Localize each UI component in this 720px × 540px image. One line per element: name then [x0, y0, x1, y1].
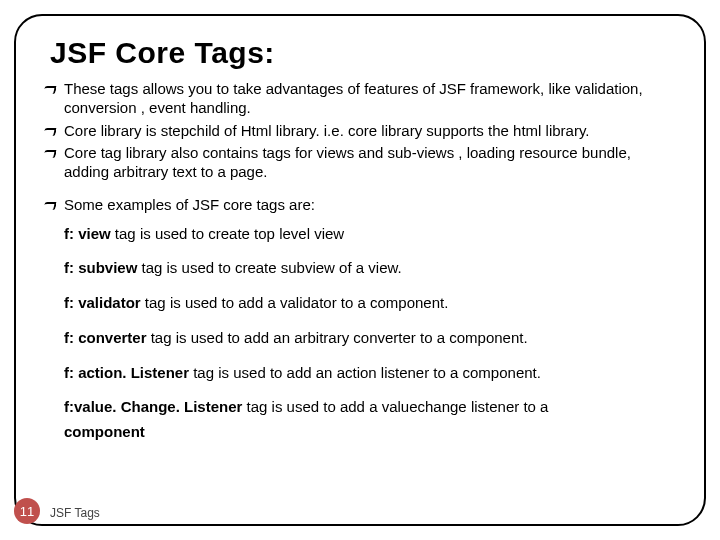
examples-block: f: view tag is used to create top level … — [64, 225, 676, 442]
example-line: f: subview tag is used to create subview… — [64, 259, 676, 278]
example-bold: f: validator — [64, 294, 145, 311]
example-rest: tag is used to add an action listener to… — [193, 364, 541, 381]
example-bold: f:value. Change. Listener — [64, 398, 247, 415]
example-rest: tag is used to add an arbitrary converte… — [151, 329, 528, 346]
example-bold: component — [64, 423, 145, 440]
slide-frame: JSF Core Tags: These tags allows you to … — [14, 14, 706, 526]
bullet-item: Some examples of JSF core tags are: — [44, 196, 676, 215]
example-rest: tag is used to add a validator to a comp… — [145, 294, 449, 311]
example-bold: f: view — [64, 225, 115, 242]
example-line: component — [64, 423, 676, 442]
example-rest: tag is used to create subview of a view. — [142, 259, 402, 276]
example-line: f: view tag is used to create top level … — [64, 225, 676, 244]
bullet-item: Core tag library also contains tags for … — [44, 144, 676, 182]
example-line: f: validator tag is used to add a valida… — [64, 294, 676, 313]
example-bold: f: converter — [64, 329, 151, 346]
example-bold: f: action. Listener — [64, 364, 193, 381]
example-bold: f: subview — [64, 259, 142, 276]
bullet-item: Core library is stepchild of Html librar… — [44, 122, 676, 141]
example-rest: tag is used to add a valuechange listene… — [247, 398, 549, 415]
example-line: f: action. Listener tag is used to add a… — [64, 364, 676, 383]
example-line: f:value. Change. Listener tag is used to… — [64, 398, 676, 417]
slide-footer: JSF Tags — [50, 506, 100, 520]
page-number-badge: 11 — [14, 498, 40, 524]
slide: JSF Core Tags: These tags allows you to … — [0, 0, 720, 540]
example-rest: tag is used to create top level view — [115, 225, 344, 242]
example-line: f: converter tag is used to add an arbit… — [64, 329, 676, 348]
bullet-item: These tags allows you to take advantages… — [44, 80, 676, 118]
bullet-list: These tags allows you to take advantages… — [44, 80, 676, 215]
slide-title: JSF Core Tags: — [50, 36, 676, 70]
